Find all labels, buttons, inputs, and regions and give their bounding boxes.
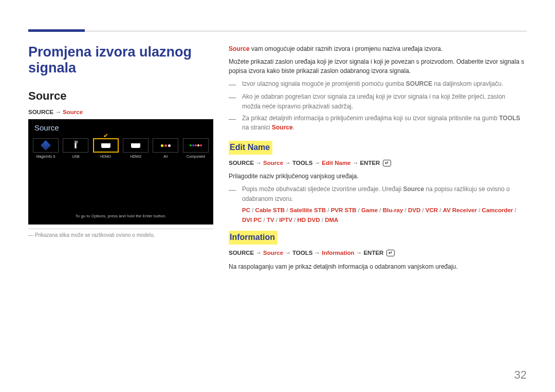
note-3: ―Za prikaz detaljnih informacija o prikl…: [229, 114, 527, 133]
enter-icon: ↵: [386, 250, 395, 256]
source-tile-hdmi1: ✔HDMI1: [92, 138, 119, 158]
source-tile-label: USB: [62, 155, 89, 158]
image-disclaimer: ― Prikazana slika može se razlikovati ov…: [28, 232, 213, 238]
right-column: Source vam omogućuje odabir raznih izvor…: [229, 44, 527, 274]
check-icon: ✔: [103, 132, 108, 139]
edit-name-path: SOURCE → Source → TOOLS → Edit Name → EN…: [229, 159, 527, 168]
path-source-key: SOURCE: [28, 109, 53, 115]
source-tile-icon: [123, 138, 149, 153]
enter-icon: ↵: [383, 160, 391, 166]
top-rule: [28, 31, 527, 31]
information-heading: Information: [229, 231, 278, 245]
page-title: Promjena izvora ulaznog signala: [28, 44, 213, 76]
source-tile-icon: [63, 138, 88, 153]
screenshot-title: Source: [28, 119, 213, 133]
source-path: SOURCE → Source: [28, 109, 213, 115]
intro-paragraph-1: Source vam omogućuje odabir raznih izvor…: [229, 44, 527, 54]
source-tile-icon: [33, 138, 59, 153]
edit-name-description: Prilagodite naziv priključenog vanjskog …: [229, 172, 527, 181]
left-divider: [28, 229, 213, 229]
page-number: 32: [514, 368, 527, 382]
device-list: PC / Cable STB / Satellite STB / PVR STB…: [229, 206, 527, 225]
left-column: Promjena izvora ulaznog signala Source S…: [28, 44, 213, 274]
source-tile-component: Component: [182, 138, 209, 158]
source-tile-label: Component: [182, 155, 209, 158]
note-1: ―Izvor ulaznog signala moguće je promije…: [229, 79, 527, 90]
intro-paragraph-2: Možete prikazati zaslon uređaja koji je …: [229, 57, 527, 76]
edit-name-heading: Edit Name: [229, 141, 272, 155]
screenshot-footer: To go to Options, press and hold the Ent…: [28, 214, 213, 218]
source-tile-usb: USB: [62, 138, 89, 158]
source-tile-av: AV: [152, 138, 179, 158]
source-tile-label: HDMI2: [122, 155, 149, 158]
source-tile-label: HDMI1: [92, 155, 119, 158]
source-tile-hdmi2: HDMI2: [122, 138, 149, 158]
note-2: ―Ako je odabran pogrešan izvor signala z…: [229, 92, 527, 111]
information-description: Na raspolaganju vam je prikaz detaljnih …: [229, 262, 527, 272]
source-tile-label: AV: [152, 155, 179, 158]
source-tile-icon: [153, 138, 178, 153]
section-source-heading: Source: [28, 89, 213, 103]
source-screenshot: Source MagicInfo SUSB✔HDMI1HDMI2AVCompon…: [28, 119, 213, 225]
top-rule-accent: [28, 29, 85, 32]
information-path: SOURCE → Source → TOOLS → Information → …: [229, 249, 527, 258]
path-source-value: Source: [63, 109, 83, 115]
page: Promjena izvora ulaznog signala Source S…: [0, 0, 555, 290]
source-tile-label: MagicInfo S: [32, 155, 59, 158]
source-tile-icon: [183, 138, 209, 153]
main-columns: Promjena izvora ulaznog signala Source S…: [28, 44, 527, 274]
source-tiles-row: MagicInfo SUSB✔HDMI1HDMI2AVComponent: [28, 133, 213, 158]
edit-note: ―Popis može obuhvaćati sljedeće izvorišn…: [229, 184, 527, 203]
source-tile-magicinfo-s: MagicInfo S: [32, 138, 59, 158]
source-tile-icon: [93, 138, 119, 153]
